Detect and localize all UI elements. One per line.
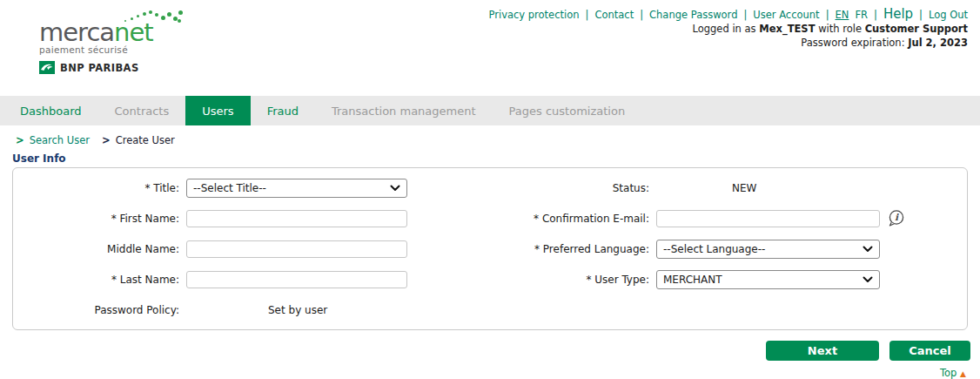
first-name-label: * First Name: bbox=[13, 213, 186, 225]
chevron-right-icon: > bbox=[102, 134, 111, 146]
language-en-link[interactable]: EN bbox=[836, 9, 849, 21]
separator: | bbox=[874, 9, 877, 21]
brand-gray-part: merca bbox=[39, 17, 114, 47]
privacy-protection-link[interactable]: Privacy protection bbox=[489, 9, 580, 21]
help-link[interactable]: Help bbox=[883, 6, 913, 22]
mercanet-logo: mercanet paiement sécurisé bbox=[39, 19, 187, 74]
logged-in-status: Logged in as Mex_TEST with role Customer… bbox=[693, 23, 968, 35]
change-password-link[interactable]: Change Password bbox=[649, 9, 737, 21]
user-account-link[interactable]: User Account bbox=[753, 9, 819, 21]
password-policy-value: Set by user bbox=[186, 304, 327, 316]
chevron-down-icon bbox=[863, 246, 873, 253]
tab-transaction-management: Transaction management bbox=[315, 96, 493, 125]
info-icon[interactable]: i bbox=[887, 209, 906, 228]
confirmation-email-label: * Confirmation E-mail: bbox=[491, 213, 656, 225]
preferred-language-select[interactable]: --Select Language-- bbox=[656, 240, 880, 259]
preferred-language-row: * Preferred Language: --Select Language-… bbox=[491, 233, 969, 264]
up-arrow-icon: ▲ bbox=[960, 369, 966, 378]
contact-link[interactable]: Contact bbox=[594, 9, 634, 21]
status-value: NEW bbox=[656, 182, 756, 194]
chevron-down-icon bbox=[863, 276, 873, 283]
title-row: * Title: --Select Title-- bbox=[13, 173, 491, 203]
next-button[interactable]: Next bbox=[766, 341, 879, 361]
separator: | bbox=[919, 9, 923, 21]
tab-pages-customization: Pages customization bbox=[493, 96, 642, 125]
breadcrumb-link-label: Search User bbox=[30, 134, 90, 146]
page-header: Privacy protection | Contact | Change Pa… bbox=[0, 0, 980, 96]
user-type-label: * User Type: bbox=[491, 274, 656, 286]
password-policy-row: Password Policy: Set by user bbox=[13, 294, 491, 325]
user-role: Customer Support bbox=[865, 23, 968, 35]
logo-dots-decoration bbox=[123, 9, 184, 24]
bnp-paribas-text: BNP PARIBAS bbox=[60, 62, 139, 74]
chevron-down-icon bbox=[390, 185, 400, 192]
svg-text:i: i bbox=[895, 212, 899, 222]
tab-dashboard[interactable]: Dashboard bbox=[3, 96, 98, 125]
logout-link[interactable]: Log Out bbox=[929, 9, 968, 21]
middle-name-input[interactable] bbox=[186, 240, 407, 258]
preferred-language-select-value: --Select Language-- bbox=[663, 243, 765, 255]
last-name-input[interactable] bbox=[186, 271, 407, 288]
breadcrumb-current-label: Create User bbox=[116, 134, 175, 146]
user-info-panel: * Title: --Select Title-- Status: NEW * … bbox=[12, 167, 968, 330]
title-select[interactable]: --Select Title-- bbox=[186, 179, 407, 198]
separator: | bbox=[586, 9, 589, 21]
brand-wordmark: mercanet bbox=[39, 19, 187, 45]
separator: | bbox=[743, 9, 747, 21]
last-name-label: * Last Name: bbox=[13, 274, 186, 286]
tab-users[interactable]: Users bbox=[185, 96, 250, 125]
back-to-top-link[interactable]: Top ▲ bbox=[0, 367, 966, 379]
tab-contracts: Contracts bbox=[98, 96, 186, 125]
first-name-row: * First Name: bbox=[13, 203, 491, 233]
middle-name-label: Middle Name: bbox=[13, 243, 186, 255]
confirmation-email-input[interactable] bbox=[656, 210, 880, 227]
section-title-user-info: User Info bbox=[12, 152, 980, 165]
form-actions: Next Cancel bbox=[0, 341, 970, 361]
breadcrumb: > Search User > Create User bbox=[0, 125, 980, 146]
cancel-button[interactable]: Cancel bbox=[889, 341, 970, 361]
logged-in-mid: with role bbox=[818, 23, 862, 35]
first-name-input[interactable] bbox=[186, 210, 407, 227]
last-name-row: * Last Name: bbox=[13, 264, 491, 294]
preferred-language-label: * Preferred Language: bbox=[491, 243, 656, 255]
language-fr-link[interactable]: FR bbox=[855, 9, 868, 21]
user-type-select[interactable]: MERCHANT bbox=[656, 270, 880, 289]
password-expiration: Password expiration: Jul 2, 2023 bbox=[801, 37, 968, 49]
bnp-paribas-icon bbox=[39, 61, 55, 74]
username: Mex_TEST bbox=[759, 23, 815, 35]
title-label: * Title: bbox=[13, 182, 186, 194]
confirmation-email-row: * Confirmation E-mail: i bbox=[491, 203, 969, 233]
logged-in-prefix: Logged in as bbox=[693, 23, 756, 35]
separator: | bbox=[640, 9, 643, 21]
bnp-paribas-logo: BNP PARIBAS bbox=[39, 61, 187, 74]
utility-nav: Privacy protection | Contact | Change Pa… bbox=[489, 6, 969, 22]
status-label: Status: bbox=[491, 182, 656, 194]
user-type-select-value: MERCHANT bbox=[663, 274, 722, 286]
password-expiration-label: Password expiration: bbox=[801, 37, 904, 49]
status-row: Status: NEW bbox=[491, 173, 969, 203]
user-type-row: * User Type: MERCHANT bbox=[491, 264, 969, 294]
main-nav: Dashboard Contracts Users Fraud Transact… bbox=[0, 96, 980, 125]
breadcrumb-search-user[interactable]: > Search User bbox=[16, 134, 90, 146]
empty-cell bbox=[491, 294, 969, 325]
tab-fraud[interactable]: Fraud bbox=[251, 96, 315, 125]
top-label: Top bbox=[940, 367, 957, 379]
chevron-right-icon: > bbox=[16, 134, 24, 146]
password-expiration-date: Jul 2, 2023 bbox=[908, 37, 968, 49]
title-select-value: --Select Title-- bbox=[193, 182, 266, 194]
breadcrumb-create-user: > Create User bbox=[102, 134, 175, 146]
separator: | bbox=[826, 9, 829, 21]
middle-name-row: Middle Name: bbox=[13, 233, 491, 264]
password-policy-label: Password Policy: bbox=[13, 304, 186, 316]
